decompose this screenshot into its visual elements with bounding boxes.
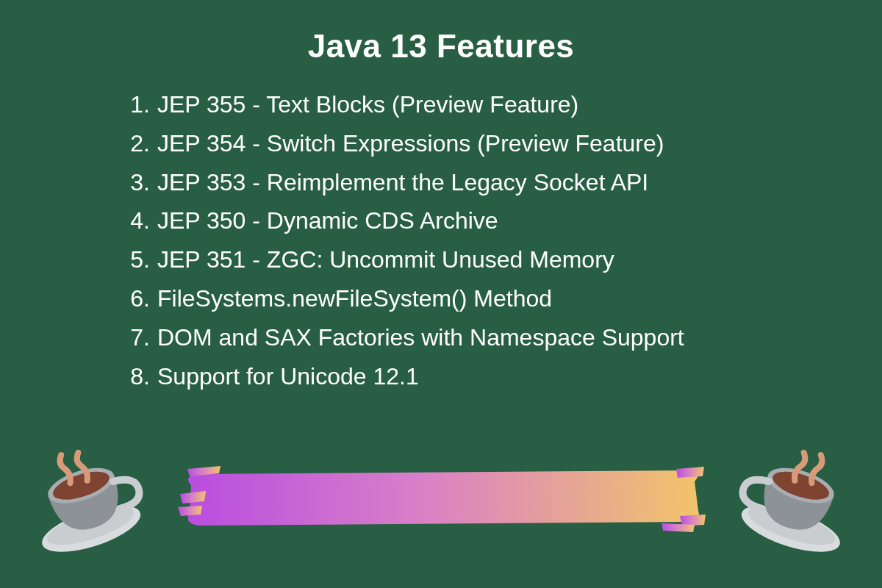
page-title: Java 13 Features <box>0 0 882 65</box>
coffee-cup-icon <box>719 417 876 575</box>
list-item: JEP 351 - ZGC: Uncommit Unused Memory <box>125 240 882 279</box>
list-item: JEP 355 - Text Blocks (Preview Feature) <box>125 85 882 124</box>
list-item: JEP 350 - Dynamic CDS Archive <box>125 201 882 240</box>
list-item: FileSystems.newFileSystem() Method <box>125 279 882 318</box>
list-item: JEP 354 - Switch Expressions (Preview Fe… <box>125 124 882 163</box>
brush-stroke-icon <box>176 456 706 537</box>
feature-list: JEP 355 - Text Blocks (Preview Feature) … <box>125 85 882 395</box>
coffee-cup-icon <box>6 417 163 575</box>
list-item: DOM and SAX Factories with Namespace Sup… <box>125 318 882 357</box>
list-item: Support for Unicode 12.1 <box>125 357 882 396</box>
list-item: JEP 353 - Reimplement the Legacy Socket … <box>125 163 882 202</box>
